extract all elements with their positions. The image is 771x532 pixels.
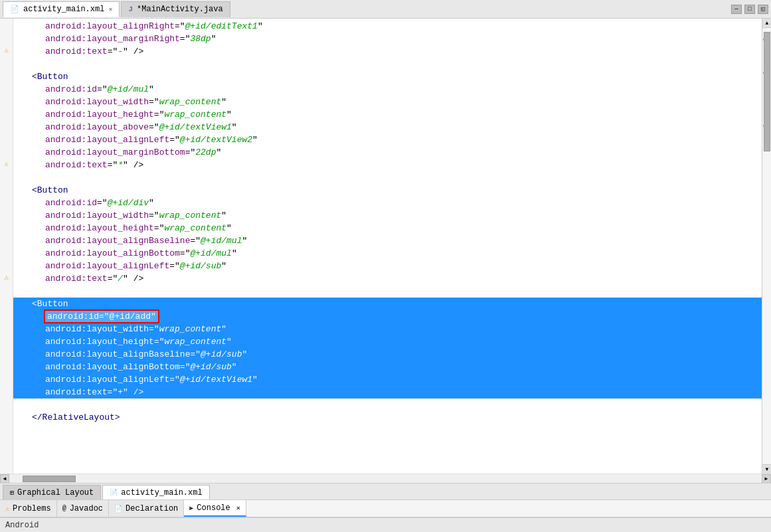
- code-line-19[interactable]: android:layout_alignBottom="@+id/mul": [13, 247, 762, 260]
- console-icon: ▶: [189, 504, 193, 512]
- gutter-line-23: [0, 296, 13, 309]
- h-scroll-thumb[interactable]: [23, 476, 76, 482]
- graphical-layout-icon: ⊞: [10, 489, 14, 497]
- gutter-line-17: [0, 221, 13, 233]
- scroll-up-arrow[interactable]: ▲: [762, 19, 771, 28]
- close-console[interactable]: ✕: [236, 504, 240, 512]
- code-line-14[interactable]: <Button: [13, 184, 762, 197]
- gutter-line-11: [0, 145, 13, 157]
- scroll-right-arrow[interactable]: ▶: [762, 474, 771, 484]
- code-line-5[interactable]: <Button: [13, 70, 762, 83]
- tab-label-xml: activity_main.xml: [23, 5, 104, 14]
- panel-problems[interactable]: ⚠ Problems: [0, 500, 57, 517]
- code-line-2[interactable]: android:layout_marginRight="38dp": [13, 33, 762, 45]
- code-line-7[interactable]: android:layout_width="wrap_content": [13, 96, 762, 108]
- code-line-31: [13, 399, 762, 411]
- gutter-line-31: [0, 397, 13, 410]
- code-line-24[interactable]: android:id="@+id/add": [13, 310, 762, 323]
- xml-file-icon: 📄: [10, 5, 19, 13]
- gutter-line-28: [0, 359, 13, 372]
- java-file-icon: J: [128, 5, 133, 13]
- gutter-line-20: [0, 258, 13, 271]
- code-line-23[interactable]: <Button: [13, 298, 762, 310]
- code-line-27[interactable]: android:layout_alignBaseline="@+id/sub": [13, 348, 762, 361]
- code-line-8[interactable]: android:layout_height="wrap_content": [13, 108, 762, 121]
- code-line-17[interactable]: android:layout_height="wrap_content": [13, 222, 762, 234]
- code-line-10[interactable]: android:layout_alignLeft="@+id/textView2…: [13, 133, 762, 146]
- gutter-line-18: [0, 233, 13, 246]
- code-line-16[interactable]: android:layout_width="wrap_content": [13, 209, 762, 222]
- code-line-28[interactable]: android:layout_alignBottom="@+id/sub": [13, 361, 762, 373]
- gutter-line-2: [0, 31, 13, 44]
- gutter-line-5: [0, 69, 13, 82]
- maximize-button[interactable]: □: [744, 5, 755, 14]
- gutter-line-16: [0, 208, 13, 221]
- code-line-11[interactable]: android:layout_marginBottom="22dp": [13, 146, 762, 159]
- code-line-22: [13, 285, 762, 298]
- gutter-line-13: [0, 170, 13, 183]
- gutter-line-29: [0, 372, 13, 385]
- panel-javadoc[interactable]: @ Javadoc: [57, 500, 109, 517]
- status-text: Android: [5, 521, 39, 530]
- activity-xml-label: activity_main.xml: [121, 488, 202, 497]
- minimize-button[interactable]: ─: [731, 5, 742, 14]
- code-line-26[interactable]: android:layout_height="wrap_content": [13, 335, 762, 348]
- xml-icon-bottom: 📄: [110, 489, 118, 497]
- gutter-line-14: [0, 183, 13, 195]
- gutter-line-32: [0, 410, 13, 422]
- gutter-line-30: [0, 385, 13, 397]
- tab-activity-xml-bottom[interactable]: 📄 activity_main.xml: [102, 485, 209, 499]
- scroll-thumb[interactable]: [764, 32, 770, 151]
- panel-declaration[interactable]: 📄 Declaration: [109, 500, 184, 517]
- tab-activity-xml[interactable]: 📄 activity_main.xml ✕: [3, 1, 120, 17]
- close-tab-xml[interactable]: ✕: [108, 5, 112, 13]
- declaration-label: Declaration: [126, 504, 178, 513]
- status-panels: ⚠ Problems @ Javadoc 📄 Declaration ▶ Con…: [0, 500, 771, 517]
- tab-mainactivity-java[interactable]: J *MainActivity.java: [121, 1, 230, 17]
- code-line-32[interactable]: </RelativeLayout>: [13, 411, 762, 424]
- code-line-1[interactable]: android:layout_alignRight="@+id/editText…: [13, 20, 762, 33]
- gutter-line-6: [0, 82, 13, 94]
- horizontal-scrollbar[interactable]: ◀ ▶: [0, 474, 771, 483]
- tab-label-java: *MainActivity.java: [137, 5, 223, 14]
- gutter-warning-2: ⚠: [0, 157, 13, 170]
- code-line-18[interactable]: android:layout_alignBaseline="@+id/mul": [13, 234, 762, 247]
- bottom-editor-tabs: ⊞ Graphical Layout 📄 activity_main.xml: [0, 483, 771, 500]
- code-content: android:layout_alignRight="@+id/editText…: [13, 19, 762, 425]
- graphical-layout-label: Graphical Layout: [17, 488, 94, 497]
- gutter-line-8: [0, 107, 13, 120]
- problems-label: Problems: [13, 504, 51, 513]
- panel-console[interactable]: ▶ Console ✕: [184, 500, 246, 517]
- problems-icon: ⚠: [5, 505, 9, 513]
- status-bar: Android: [0, 517, 771, 532]
- scroll-left-arrow[interactable]: ◀: [0, 474, 9, 484]
- gutter-line-9: [0, 120, 13, 132]
- title-bar: 📄 activity_main.xml ✕ J *MainActivity.ja…: [0, 0, 771, 19]
- code-line-30[interactable]: android:text="+" />: [13, 386, 762, 399]
- code-line-9[interactable]: android:layout_above="@+id/textView1": [13, 121, 762, 133]
- code-line-6[interactable]: android:id="@+id/mul": [13, 83, 762, 96]
- vertical-scrollbar[interactable]: ▲ ▼: [762, 19, 771, 474]
- code-line-15[interactable]: android:id="@+id/div": [13, 197, 762, 209]
- code-line-25[interactable]: android:layout_width="wrap_content": [13, 323, 762, 335]
- code-line-13: [13, 171, 762, 184]
- tab-graphical-layout[interactable]: ⊞ Graphical Layout: [3, 485, 101, 499]
- declaration-icon: 📄: [114, 505, 122, 513]
- code-line-3[interactable]: android:text="-" />: [13, 45, 762, 58]
- restore-button[interactable]: ◱: [758, 5, 768, 14]
- gutter-line-1: [0, 19, 13, 31]
- code-line-29[interactable]: android:layout_alignLeft="@+id/textView1…: [13, 373, 762, 386]
- gutter-line-4: [0, 56, 13, 69]
- gutter-line-26: [0, 334, 13, 347]
- gutter-line-19: [0, 246, 13, 258]
- scroll-down-arrow[interactable]: ▼: [762, 464, 771, 474]
- code-line-12[interactable]: android:text="*" />: [13, 159, 762, 171]
- javadoc-icon: @: [62, 505, 66, 512]
- gutter-warning-3: ⚠: [0, 271, 13, 284]
- highlighted-id-attr: android:id="@+id/add": [45, 311, 158, 322]
- code-line-20[interactable]: android:layout_alignLeft="@+id/sub": [13, 260, 762, 272]
- code-area[interactable]: android:layout_alignRight="@+id/editText…: [13, 19, 762, 474]
- code-line-21[interactable]: android:text="/" />: [13, 272, 762, 285]
- gutter-line-7: [0, 94, 13, 107]
- gutter-line-25: [0, 321, 13, 334]
